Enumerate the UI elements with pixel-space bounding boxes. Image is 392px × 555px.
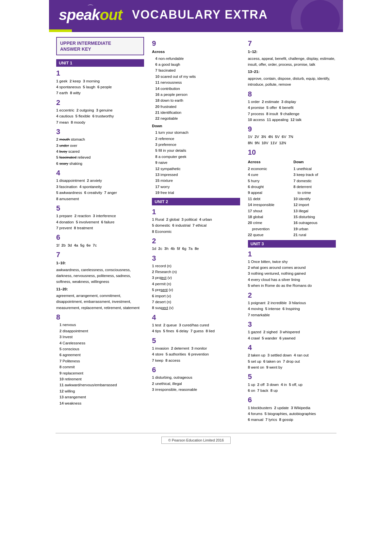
- answer-key-title: UPPER INTERMEDIATEANSWER KEY: [60, 40, 140, 52]
- unit2-s6-num: 6: [152, 366, 240, 374]
- unit2-header: UNIT 2: [152, 198, 240, 205]
- column-1: UPPER INTERMEDIATEANSWER KEY UNIT 1 1 1 …: [56, 37, 145, 425]
- unit1-s1-content: 1 geek 2 keep 3 morning 4 spontaneous 5 …: [56, 78, 144, 96]
- unit2-s2-content: 1d 2c 3h 4b 5f 6g 7a 8e: [152, 246, 240, 251]
- col3-s8-num: 8: [248, 90, 336, 98]
- unit3-s5-num: 5: [248, 373, 336, 381]
- answer-key-box: UPPER INTERMEDIATEANSWER KEY: [56, 37, 144, 55]
- col3-s7-content: 1–12: access, appeal, benefit, challenge…: [248, 49, 336, 87]
- unit2-s4-content: 1 test 2 queue 3 cured/has cured 4 tips …: [152, 322, 240, 334]
- unit3-s6-content: 1 blockbusters 2 update 3 Wikipedia 4 fo…: [248, 405, 336, 423]
- unit1-s5-content: 1 prepare 2 reaction 3 interference 4 do…: [56, 213, 144, 231]
- unit1-s2-num: 2: [56, 99, 144, 107]
- unit2-s5-content: 1 invasion 2 deterrent 3 monitor 4 store…: [152, 345, 240, 363]
- col3-s7-num: 7: [248, 40, 336, 47]
- unit3-s2-content: 1 poignant 2 incredible 3 hilarious 4 mo…: [248, 300, 336, 318]
- unit3-s3-content: 1 gazed 2 sighed 3 whispered 4 crawl 5 w…: [248, 329, 336, 341]
- top-bar-green: [49, 29, 72, 32]
- unit1-s6-content: 1f 2b 3d 4a 5g 6e 7c: [56, 242, 144, 248]
- unit2-s3-content: 1 record (n) 2 Research (n) 3 project (v…: [152, 263, 240, 311]
- unit3-s5-content: 1 up 2 off 3 down 4 in 5 off, up 6 on 7 …: [248, 382, 336, 394]
- unit3-s6-num: 6: [248, 396, 336, 404]
- top-bar-purple: [72, 29, 343, 32]
- unit2-s2-num: 2: [152, 237, 240, 245]
- crossword9-content: Across 4 non-refundable 6 a good laugh 7…: [152, 49, 240, 196]
- unit1-s7-num: 7: [56, 251, 144, 259]
- unit3-s1-content: 1 Once bitten, twice shy 2 what goes aro…: [248, 259, 336, 289]
- column-2: 9 Across 4 non-refundable 6 a good laugh…: [151, 37, 240, 425]
- copyright-box: © Pearson Education Limited 2016: [161, 437, 231, 444]
- unit3-s4-content: 2 taken up 3 settled down 4 ran out 5 se…: [248, 352, 336, 370]
- col3-s9-content: 1V 2V 3N 4N 5V 6V 7N 8N 9N 10V 11V 12N: [248, 134, 336, 146]
- logo: ⌒ speakout: [59, 6, 122, 24]
- unit1-s2-content: 1 eccentric 2 outgoing 3 genuine 4 cauti…: [56, 107, 144, 125]
- col3-s9-num: 9: [248, 125, 336, 133]
- unit1-s5-num: 5: [56, 204, 144, 212]
- unit2-s6-content: 1 disturbing, outrageous 2 unethical, il…: [152, 374, 240, 392]
- unit1-s6-num: 6: [56, 234, 144, 241]
- unit2-s4-num: 4: [152, 314, 240, 321]
- main-content: UPPER INTERMEDIATEANSWER KEY UNIT 1 1 1 …: [49, 32, 343, 430]
- unit2-s1-num: 1: [152, 208, 240, 216]
- header-title: VOCABULARY EXTRA: [132, 8, 268, 22]
- unit1-s3-num: 3: [56, 128, 144, 136]
- crossword9-num: 9: [152, 40, 240, 47]
- col3-s8-content: 1 order 2 estimate 3 display 4 promise 5…: [248, 99, 336, 123]
- unit1-s3-content: 2 mouth stomach 3 under over 4 busy scar…: [56, 136, 144, 166]
- unit1-header: UNIT 1: [56, 59, 144, 67]
- unit1-s8-content: 1 nervous 2 disappointment 3 Invest 4 Ca…: [56, 322, 144, 406]
- unit2-s1-content: 1 Rural 2 global 3 political 4 urban 5 d…: [152, 217, 240, 234]
- unit3-s4-num: 4: [248, 344, 336, 352]
- col3-s10-content: Across 2 economic 4 cure 5 hurry 6 droug…: [248, 158, 336, 238]
- column-3: 7 1–12: access, appeal, benefit, challen…: [247, 37, 336, 425]
- copyright-text: © Pearson Education Limited 2016: [168, 438, 224, 442]
- top-bar: [49, 29, 343, 32]
- unit2-s3-num: 3: [152, 254, 240, 262]
- header: ⌒ speakout VOCABULARY EXTRA: [49, 0, 343, 29]
- unit1-s4-num: 4: [56, 169, 144, 177]
- unit3-s1-num: 1: [248, 250, 336, 258]
- unit1-s4-content: 1 disappointment 2 anxiety 3 fascination…: [56, 178, 144, 202]
- col3-s10-num: 10: [248, 148, 336, 156]
- unit3-s2-num: 2: [248, 291, 336, 299]
- unit3-header: UNIT 3: [248, 240, 336, 248]
- header-decoration: [291, 0, 343, 29]
- unit3-s3-num: 3: [248, 321, 336, 328]
- logo-out: out: [100, 6, 122, 23]
- unit1-s8-num: 8: [56, 313, 144, 321]
- unit2-s5-num: 5: [152, 337, 240, 345]
- unit1-s7-content: 1–10: awkwardness, carelessness, conscio…: [56, 260, 144, 311]
- unit1-s1-num: 1: [56, 69, 144, 77]
- footer: © Pearson Education Limited 2016: [56, 433, 336, 447]
